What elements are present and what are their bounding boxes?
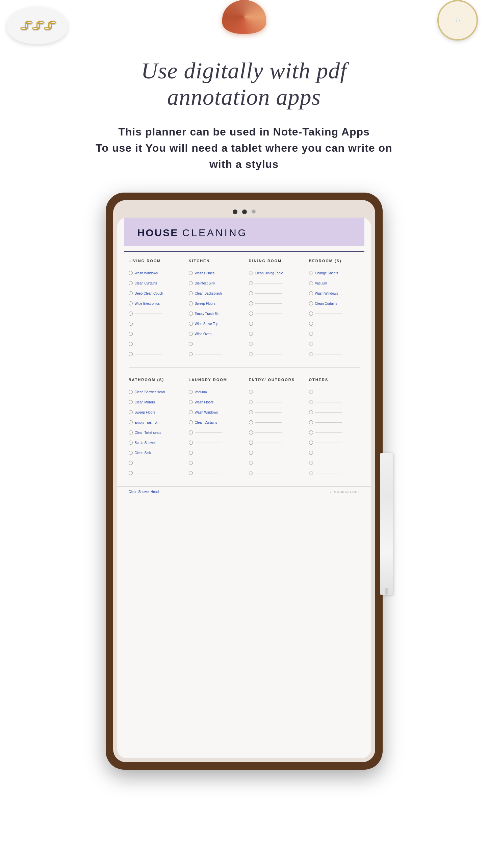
task-checkbox[interactable]: [309, 410, 313, 414]
task-checkbox[interactable]: [249, 312, 253, 316]
nav-dot-1[interactable]: [233, 209, 237, 214]
task-checkbox[interactable]: [309, 301, 313, 305]
shell-icon: [222, 0, 266, 34]
nav-dot-2[interactable]: [242, 209, 247, 214]
task-checkbox[interactable]: [189, 430, 193, 435]
task-checkbox[interactable]: [129, 301, 133, 305]
task-checkbox[interactable]: [309, 271, 313, 275]
task-empty-line: [135, 344, 162, 344]
tablet-inner: HOUSE CLEANING LIVING ROOMWash WindowsCl…: [113, 200, 375, 762]
list-item: Wash Windows: [309, 290, 360, 297]
task-checkbox[interactable]: [189, 281, 193, 285]
task-checkbox[interactable]: [309, 451, 313, 455]
task-checkbox[interactable]: [189, 410, 193, 414]
task-checkbox[interactable]: [189, 291, 193, 295]
task-checkbox[interactable]: [249, 342, 253, 346]
task-checkbox[interactable]: [309, 430, 313, 435]
task-checkbox[interactable]: [189, 332, 193, 336]
list-item: Clean Curtains: [129, 279, 179, 287]
task-checkbox[interactable]: [309, 332, 313, 336]
task-label: Deep Clean Couch: [135, 292, 163, 295]
heading-line2: annotation apps: [167, 84, 321, 110]
task-checkbox[interactable]: [249, 471, 253, 475]
task-checkbox[interactable]: [249, 281, 253, 285]
task-checkbox[interactable]: [189, 461, 193, 465]
task-checkbox[interactable]: [129, 352, 133, 356]
task-checkbox[interactable]: [129, 471, 133, 475]
task-empty-line: [255, 392, 282, 392]
task-checkbox[interactable]: [129, 441, 133, 445]
section-title-dining-room: DINING ROOM: [249, 259, 300, 265]
task-checkbox[interactable]: [249, 332, 253, 336]
task-checkbox[interactable]: [309, 342, 313, 346]
task-checkbox[interactable]: [249, 461, 253, 465]
task-checkbox[interactable]: [309, 390, 313, 394]
task-checkbox[interactable]: [129, 271, 133, 275]
task-checkbox[interactable]: [129, 410, 133, 414]
task-checkbox[interactable]: [309, 322, 313, 326]
list-item: [309, 340, 360, 348]
task-label: Wipe Oven: [195, 332, 211, 336]
task-checkbox[interactable]: [249, 400, 253, 404]
list-item: [189, 350, 239, 358]
section-title-bedroom: BEDROOM (S): [309, 259, 360, 265]
task-checkbox[interactable]: [309, 441, 313, 445]
task-checkbox[interactable]: [129, 400, 133, 404]
section-title-entry: ENTRY/ OUTDOORS: [249, 378, 300, 384]
task-checkbox[interactable]: [129, 291, 133, 295]
task-checkbox[interactable]: [249, 420, 253, 424]
task-empty-line: [315, 314, 342, 314]
stylus: [380, 453, 393, 595]
task-checkbox[interactable]: [129, 342, 133, 346]
task-checkbox[interactable]: [189, 301, 193, 305]
task-checkbox[interactable]: [189, 420, 193, 424]
task-checkbox[interactable]: [249, 291, 253, 295]
list-item: [129, 350, 179, 358]
task-checkbox[interactable]: [129, 332, 133, 336]
task-checkbox[interactable]: [189, 342, 193, 346]
task-empty-line: [135, 463, 162, 463]
section-laundry: LAUNDRY ROOMVacuumWash FloorsWash Window…: [184, 378, 244, 479]
task-checkbox[interactable]: [129, 322, 133, 326]
task-checkbox[interactable]: [129, 281, 133, 285]
task-checkbox[interactable]: [189, 390, 193, 394]
task-checkbox[interactable]: [249, 410, 253, 414]
task-checkbox[interactable]: [189, 471, 193, 475]
task-checkbox[interactable]: [249, 390, 253, 394]
task-checkbox[interactable]: [309, 352, 313, 356]
task-checkbox[interactable]: [309, 471, 313, 475]
task-checkbox[interactable]: [189, 352, 193, 356]
task-checkbox[interactable]: [189, 312, 193, 316]
task-checkbox[interactable]: [189, 322, 193, 326]
task-checkbox[interactable]: [189, 400, 193, 404]
task-empty-line: [315, 344, 342, 344]
list-item: [249, 398, 300, 406]
task-checkbox[interactable]: [249, 322, 253, 326]
task-checkbox[interactable]: [309, 461, 313, 465]
task-checkbox[interactable]: [249, 441, 253, 445]
task-checkbox[interactable]: [249, 301, 253, 305]
nav-dot-3[interactable]: [252, 209, 256, 214]
task-checkbox[interactable]: [309, 420, 313, 424]
task-checkbox[interactable]: [189, 451, 193, 455]
task-checkbox[interactable]: [129, 430, 133, 435]
task-checkbox[interactable]: [309, 291, 313, 295]
task-checkbox[interactable]: [309, 281, 313, 285]
task-checkbox[interactable]: [309, 312, 313, 316]
task-checkbox[interactable]: [129, 451, 133, 455]
task-checkbox[interactable]: [249, 271, 253, 275]
task-checkbox[interactable]: [129, 312, 133, 316]
task-checkbox[interactable]: [189, 271, 193, 275]
task-checkbox[interactable]: [129, 390, 133, 394]
task-checkbox[interactable]: [129, 461, 133, 465]
task-checkbox[interactable]: [249, 352, 253, 356]
task-checkbox[interactable]: [249, 430, 253, 435]
task-label: Clean Dining Table: [255, 271, 283, 275]
task-checkbox[interactable]: [249, 451, 253, 455]
task-checkbox[interactable]: [309, 400, 313, 404]
task-checkbox[interactable]: [129, 420, 133, 424]
task-checkbox[interactable]: [189, 441, 193, 445]
task-empty-line: [255, 453, 282, 453]
list-item: [309, 459, 360, 467]
footer-credit: // MOONCAT.NET: [330, 490, 359, 494]
